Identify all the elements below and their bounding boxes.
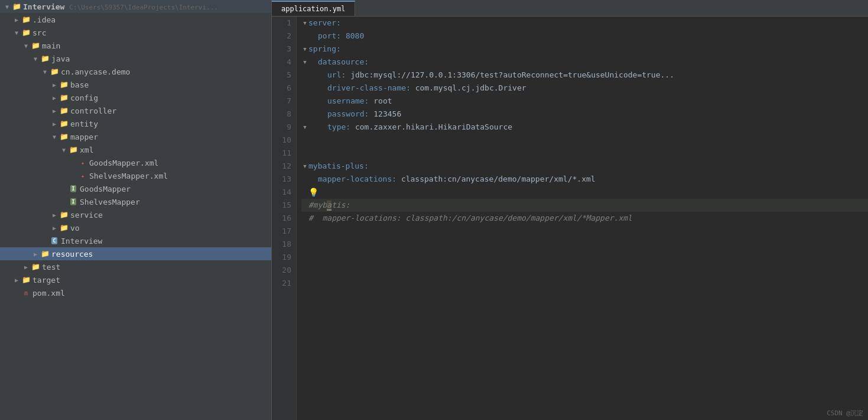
cn-anycase-arrow <box>40 67 50 76</box>
sidebar-item-controller[interactable]: 📁 controller <box>0 104 271 117</box>
editor-content: 1 2 3 4 5 6 7 8 9 10 11 12 13 14 15 16 1… <box>272 17 868 420</box>
controller-arrow <box>50 106 59 115</box>
code-line-13: mapper-locations: classpath:cn/anycase/d… <box>301 173 868 186</box>
project-name: Interview C:\Users\59357\IdeaProjects\In… <box>23 2 218 11</box>
sidebar-item-main[interactable]: 📁 main <box>0 39 271 52</box>
code-line-9: type: com.zaxxer.hikari.HikariDataSource <box>301 121 868 134</box>
test-folder-icon: 📁 <box>31 262 40 272</box>
tree-root[interactable]: 📁 Interview C:\Users\59357\IdeaProjects\… <box>0 0 271 13</box>
sidebar-item-java[interactable]: 📁 java <box>0 52 271 65</box>
goodsmapper-label: GoodsMapper <box>80 185 131 193</box>
fold-9[interactable] <box>301 124 308 131</box>
cn-anycase-folder-icon: 📁 <box>50 67 59 76</box>
tab-label: application.yml <box>281 5 345 13</box>
line-num-4: 4 <box>277 56 291 69</box>
fold-12[interactable] <box>301 163 308 170</box>
pom-icon: m <box>21 288 31 298</box>
base-arrow <box>50 80 59 89</box>
fold-4[interactable] <box>301 59 308 66</box>
lightbulb-icon: 💡 <box>308 186 318 199</box>
sidebar-item-target[interactable]: 📁 target <box>0 273 271 286</box>
base-folder-icon: 📁 <box>59 80 69 89</box>
sidebar-item-mapper[interactable]: 📁 mapper <box>0 130 271 143</box>
sidebar-item-goodsmapper-xml[interactable]: ✦ GoodsMapper.xml <box>0 156 271 169</box>
goodsmapper-xml-label: GoodsMapper.xml <box>89 159 158 167</box>
main-folder-icon: 📁 <box>31 41 40 50</box>
line-num-18: 18 <box>277 238 291 251</box>
idea-label: .idea <box>32 15 56 24</box>
sidebar-item-idea[interactable]: 📁 .idea <box>0 13 271 26</box>
java-label: java <box>51 54 70 63</box>
sidebar-item-shelvesmapper-xml[interactable]: ✦ ShelvesMapper.xml <box>0 169 271 182</box>
service-label: service <box>70 211 103 219</box>
file-tree[interactable]: 📁 Interview C:\Users\59357\IdeaProjects\… <box>0 0 272 420</box>
code-line-2: port: 8080 <box>301 30 868 43</box>
code-line-4: datasource: <box>301 56 868 69</box>
base-label: base <box>70 80 89 89</box>
sidebar-item-src[interactable]: 📁 src <box>0 26 271 39</box>
line-num-14: 14 <box>277 186 291 199</box>
sidebar-item-config[interactable]: 📁 config <box>0 91 271 104</box>
config-folder-icon: 📁 <box>59 93 69 102</box>
target-folder-icon: 📁 <box>21 275 31 285</box>
goodsmapper-xml-icon: ✦ <box>78 158 87 167</box>
fold-1[interactable] <box>301 20 308 27</box>
shelvesmapper-icon: I <box>69 197 78 206</box>
code-line-12: mybatis-plus: <box>301 160 868 173</box>
vo-arrow <box>50 223 59 232</box>
editor: application.yml 1 2 3 4 5 6 7 8 9 10 11 … <box>272 0 868 420</box>
vo-folder-icon: 📁 <box>59 223 69 232</box>
line-num-13: 13 <box>277 173 291 186</box>
xml-folder-icon: 📁 <box>69 145 78 154</box>
sidebar-item-resources[interactable]: 📁 resources <box>0 247 271 260</box>
code-line-10 <box>301 134 868 147</box>
code-line-18 <box>301 238 868 251</box>
sidebar-item-interview[interactable]: C Interview <box>0 234 271 247</box>
sidebar-item-service[interactable]: 📁 service <box>0 208 271 221</box>
code-line-19 <box>301 251 868 264</box>
entity-label: entity <box>70 119 98 128</box>
sidebar-item-test[interactable]: 📁 test <box>0 260 271 273</box>
sidebar-item-vo[interactable]: 📁 vo <box>0 221 271 234</box>
sidebar-item-base[interactable]: 📁 base <box>0 78 271 91</box>
goodsmapper-icon: I <box>69 184 78 193</box>
code-line-15: #mybatis: <box>301 199 868 212</box>
interview-icon: C <box>50 236 59 245</box>
sidebar-item-goodsmapper[interactable]: I GoodsMapper <box>0 182 271 195</box>
editor-tab-application-yml[interactable]: application.yml <box>272 1 355 16</box>
code-line-21 <box>301 277 868 290</box>
line-num-16: 16 <box>277 212 291 225</box>
line-num-20: 20 <box>277 264 291 277</box>
code-line-8: password: 123456 <box>301 108 868 121</box>
sidebar-item-xml[interactable]: 📁 xml <box>0 143 271 156</box>
line-num-15: 15 <box>277 199 291 212</box>
test-label: test <box>42 263 60 272</box>
src-label: src <box>32 28 46 37</box>
sidebar-item-shelvesmapper[interactable]: I ShelvesMapper <box>0 195 271 208</box>
line-num-21: 21 <box>277 277 291 290</box>
sidebar-item-cn-anycase[interactable]: 📁 cn.anycase.demo <box>0 65 271 78</box>
shelvesmapper-xml-icon: ✦ <box>78 171 87 180</box>
interview-label: Interview <box>61 237 102 245</box>
line-num-19: 19 <box>277 251 291 264</box>
sidebar-item-entity[interactable]: 📁 entity <box>0 117 271 130</box>
tree-root-arrow <box>2 2 12 11</box>
controller-label: controller <box>70 106 116 115</box>
line-num-17: 17 <box>277 225 291 238</box>
code-line-16: # mapper-locations: classpath:/cn/anycas… <box>301 212 868 225</box>
resources-arrow <box>31 249 40 259</box>
sidebar-item-pom[interactable]: m pom.xml <box>0 286 271 299</box>
code-line-14: 💡 <box>301 186 868 199</box>
code-area[interactable]: server: port: 8080 spring: datasource: <box>297 17 868 420</box>
shelvesmapper-label: ShelvesMapper <box>80 198 140 206</box>
fold-3[interactable] <box>301 46 308 53</box>
line-num-9: 9 <box>277 121 291 134</box>
line-num-12: 12 <box>277 160 291 173</box>
vo-label: vo <box>70 224 80 232</box>
line-num-3: 3 <box>277 43 291 56</box>
main-label: main <box>42 41 60 50</box>
target-label: target <box>32 276 60 285</box>
idea-folder-icon: 📁 <box>21 15 31 24</box>
pom-label: pom.xml <box>32 289 65 298</box>
line-num-5: 5 <box>277 69 291 82</box>
